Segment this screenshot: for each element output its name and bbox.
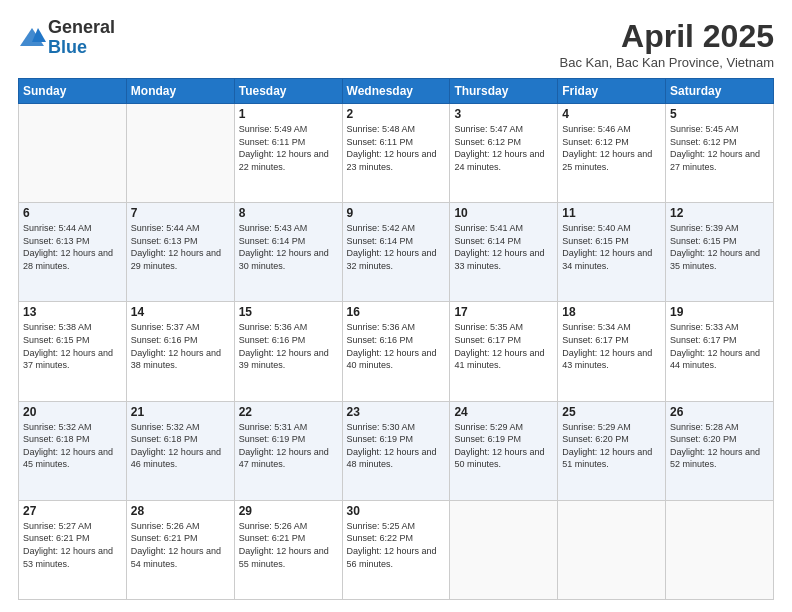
day-info: Sunrise: 5:48 AM Sunset: 6:11 PM Dayligh… (347, 123, 446, 173)
col-saturday: Saturday (666, 79, 774, 104)
day-info: Sunrise: 5:36 AM Sunset: 6:16 PM Dayligh… (347, 321, 446, 371)
calendar-cell: 12Sunrise: 5:39 AM Sunset: 6:15 PM Dayli… (666, 203, 774, 302)
day-number: 7 (131, 206, 230, 220)
calendar-cell: 19Sunrise: 5:33 AM Sunset: 6:17 PM Dayli… (666, 302, 774, 401)
calendar-cell: 28Sunrise: 5:26 AM Sunset: 6:21 PM Dayli… (126, 500, 234, 599)
logo-text: General Blue (48, 18, 115, 58)
calendar-week-row: 20Sunrise: 5:32 AM Sunset: 6:18 PM Dayli… (19, 401, 774, 500)
calendar-cell: 21Sunrise: 5:32 AM Sunset: 6:18 PM Dayli… (126, 401, 234, 500)
calendar-cell: 6Sunrise: 5:44 AM Sunset: 6:13 PM Daylig… (19, 203, 127, 302)
calendar-cell: 15Sunrise: 5:36 AM Sunset: 6:16 PM Dayli… (234, 302, 342, 401)
day-info: Sunrise: 5:32 AM Sunset: 6:18 PM Dayligh… (23, 421, 122, 471)
day-info: Sunrise: 5:46 AM Sunset: 6:12 PM Dayligh… (562, 123, 661, 173)
calendar-cell: 20Sunrise: 5:32 AM Sunset: 6:18 PM Dayli… (19, 401, 127, 500)
day-number: 17 (454, 305, 553, 319)
calendar-cell: 4Sunrise: 5:46 AM Sunset: 6:12 PM Daylig… (558, 104, 666, 203)
day-number: 2 (347, 107, 446, 121)
calendar-cell (666, 500, 774, 599)
col-friday: Friday (558, 79, 666, 104)
calendar-cell: 30Sunrise: 5:25 AM Sunset: 6:22 PM Dayli… (342, 500, 450, 599)
day-number: 15 (239, 305, 338, 319)
day-info: Sunrise: 5:30 AM Sunset: 6:19 PM Dayligh… (347, 421, 446, 471)
calendar-cell: 8Sunrise: 5:43 AM Sunset: 6:14 PM Daylig… (234, 203, 342, 302)
calendar-cell: 7Sunrise: 5:44 AM Sunset: 6:13 PM Daylig… (126, 203, 234, 302)
day-info: Sunrise: 5:26 AM Sunset: 6:21 PM Dayligh… (239, 520, 338, 570)
calendar-cell: 27Sunrise: 5:27 AM Sunset: 6:21 PM Dayli… (19, 500, 127, 599)
logo-blue: Blue (48, 37, 87, 57)
day-info: Sunrise: 5:43 AM Sunset: 6:14 PM Dayligh… (239, 222, 338, 272)
day-number: 19 (670, 305, 769, 319)
calendar-page: General Blue April 2025 Bac Kan, Bac Kan… (0, 0, 792, 612)
day-info: Sunrise: 5:28 AM Sunset: 6:20 PM Dayligh… (670, 421, 769, 471)
calendar-cell (19, 104, 127, 203)
day-number: 27 (23, 504, 122, 518)
calendar-cell: 10Sunrise: 5:41 AM Sunset: 6:14 PM Dayli… (450, 203, 558, 302)
title-block: April 2025 Bac Kan, Bac Kan Province, Vi… (560, 18, 774, 70)
day-number: 21 (131, 405, 230, 419)
header: General Blue April 2025 Bac Kan, Bac Kan… (18, 18, 774, 70)
day-number: 10 (454, 206, 553, 220)
calendar-cell: 25Sunrise: 5:29 AM Sunset: 6:20 PM Dayli… (558, 401, 666, 500)
day-number: 29 (239, 504, 338, 518)
day-number: 11 (562, 206, 661, 220)
calendar-header-row: Sunday Monday Tuesday Wednesday Thursday… (19, 79, 774, 104)
day-info: Sunrise: 5:26 AM Sunset: 6:21 PM Dayligh… (131, 520, 230, 570)
day-number: 9 (347, 206, 446, 220)
day-number: 20 (23, 405, 122, 419)
col-monday: Monday (126, 79, 234, 104)
day-number: 5 (670, 107, 769, 121)
day-number: 3 (454, 107, 553, 121)
day-info: Sunrise: 5:29 AM Sunset: 6:19 PM Dayligh… (454, 421, 553, 471)
calendar-cell: 2Sunrise: 5:48 AM Sunset: 6:11 PM Daylig… (342, 104, 450, 203)
calendar-cell: 1Sunrise: 5:49 AM Sunset: 6:11 PM Daylig… (234, 104, 342, 203)
day-number: 16 (347, 305, 446, 319)
day-info: Sunrise: 5:41 AM Sunset: 6:14 PM Dayligh… (454, 222, 553, 272)
calendar-cell: 18Sunrise: 5:34 AM Sunset: 6:17 PM Dayli… (558, 302, 666, 401)
location: Bac Kan, Bac Kan Province, Vietnam (560, 55, 774, 70)
calendar-cell: 24Sunrise: 5:29 AM Sunset: 6:19 PM Dayli… (450, 401, 558, 500)
day-info: Sunrise: 5:27 AM Sunset: 6:21 PM Dayligh… (23, 520, 122, 570)
day-number: 23 (347, 405, 446, 419)
calendar-cell: 3Sunrise: 5:47 AM Sunset: 6:12 PM Daylig… (450, 104, 558, 203)
calendar-cell: 16Sunrise: 5:36 AM Sunset: 6:16 PM Dayli… (342, 302, 450, 401)
day-number: 8 (239, 206, 338, 220)
day-number: 18 (562, 305, 661, 319)
col-wednesday: Wednesday (342, 79, 450, 104)
day-number: 30 (347, 504, 446, 518)
day-number: 6 (23, 206, 122, 220)
calendar-cell: 22Sunrise: 5:31 AM Sunset: 6:19 PM Dayli… (234, 401, 342, 500)
day-number: 1 (239, 107, 338, 121)
day-number: 4 (562, 107, 661, 121)
day-info: Sunrise: 5:33 AM Sunset: 6:17 PM Dayligh… (670, 321, 769, 371)
day-number: 13 (23, 305, 122, 319)
day-info: Sunrise: 5:44 AM Sunset: 6:13 PM Dayligh… (23, 222, 122, 272)
day-info: Sunrise: 5:49 AM Sunset: 6:11 PM Dayligh… (239, 123, 338, 173)
calendar-week-row: 6Sunrise: 5:44 AM Sunset: 6:13 PM Daylig… (19, 203, 774, 302)
day-info: Sunrise: 5:40 AM Sunset: 6:15 PM Dayligh… (562, 222, 661, 272)
logo-general: General (48, 17, 115, 37)
calendar-cell (450, 500, 558, 599)
calendar-table: Sunday Monday Tuesday Wednesday Thursday… (18, 78, 774, 600)
day-info: Sunrise: 5:47 AM Sunset: 6:12 PM Dayligh… (454, 123, 553, 173)
day-number: 14 (131, 305, 230, 319)
day-info: Sunrise: 5:32 AM Sunset: 6:18 PM Dayligh… (131, 421, 230, 471)
day-number: 12 (670, 206, 769, 220)
day-info: Sunrise: 5:42 AM Sunset: 6:14 PM Dayligh… (347, 222, 446, 272)
calendar-week-row: 27Sunrise: 5:27 AM Sunset: 6:21 PM Dayli… (19, 500, 774, 599)
day-info: Sunrise: 5:45 AM Sunset: 6:12 PM Dayligh… (670, 123, 769, 173)
day-number: 22 (239, 405, 338, 419)
logo-icon (18, 24, 46, 52)
logo: General Blue (18, 18, 115, 58)
calendar-cell (558, 500, 666, 599)
calendar-cell: 14Sunrise: 5:37 AM Sunset: 6:16 PM Dayli… (126, 302, 234, 401)
day-info: Sunrise: 5:25 AM Sunset: 6:22 PM Dayligh… (347, 520, 446, 570)
day-info: Sunrise: 5:34 AM Sunset: 6:17 PM Dayligh… (562, 321, 661, 371)
calendar-cell: 17Sunrise: 5:35 AM Sunset: 6:17 PM Dayli… (450, 302, 558, 401)
calendar-week-row: 1Sunrise: 5:49 AM Sunset: 6:11 PM Daylig… (19, 104, 774, 203)
calendar-cell: 11Sunrise: 5:40 AM Sunset: 6:15 PM Dayli… (558, 203, 666, 302)
col-sunday: Sunday (19, 79, 127, 104)
day-number: 28 (131, 504, 230, 518)
calendar-cell: 9Sunrise: 5:42 AM Sunset: 6:14 PM Daylig… (342, 203, 450, 302)
day-info: Sunrise: 5:29 AM Sunset: 6:20 PM Dayligh… (562, 421, 661, 471)
day-number: 25 (562, 405, 661, 419)
